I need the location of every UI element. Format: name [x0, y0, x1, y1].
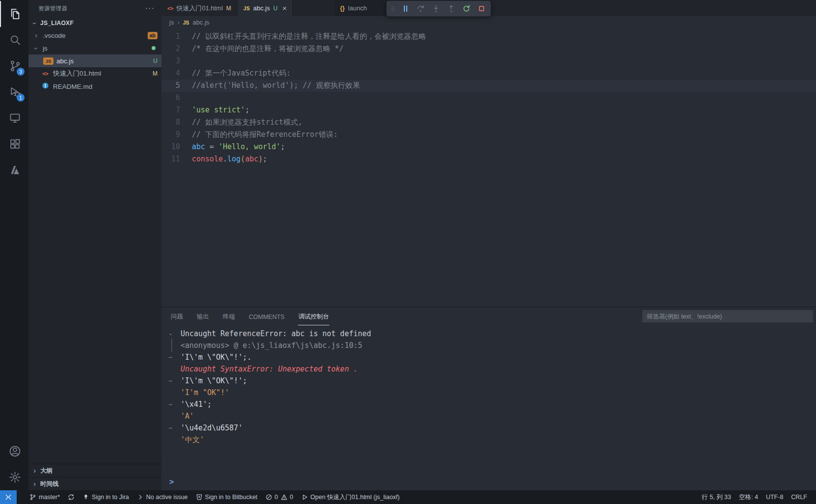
- code-line[interactable]: 2/* 在这中间的也是注释，将被浏览器忽略 */: [161, 43, 816, 55]
- console-line[interactable]: →'\u4e2d\u6587': [168, 422, 816, 434]
- active-issue-indicator[interactable]: No active issue: [133, 490, 192, 504]
- debug-console[interactable]: ›Uncaught ReferenceError: abc is not def…: [161, 325, 816, 490]
- tab-launch-json[interactable]: {} launch: [334, 0, 389, 16]
- bitbucket-icon: [196, 494, 203, 501]
- console-text: Uncaught SyntaxError: Unexpected token .: [181, 363, 358, 375]
- open-file-action[interactable]: Open 快速入门01.html (js_liaoxf): [297, 490, 404, 504]
- console-line[interactable]: →'I\'m \"OK\"!';.: [168, 351, 816, 363]
- tree-item-vscode[interactable]: › .vscode ab: [28, 29, 161, 42]
- breadcrumb[interactable]: js › JS abc.js: [161, 16, 816, 28]
- indentation-indicator[interactable]: 空格: 4: [735, 490, 762, 504]
- code-line[interactable]: 6: [161, 92, 816, 104]
- console-line[interactable]: '中文': [168, 434, 816, 446]
- remote-indicator[interactable]: [0, 490, 17, 504]
- panel-tab-output[interactable]: 输出: [196, 308, 210, 325]
- file-label: abc.js: [56, 57, 74, 65]
- code-editor[interactable]: 1// 以双斜杠开头直到行末的是注释，注释是给人看的，会被浏览器忽略2/* 在这…: [161, 28, 816, 307]
- eol-indicator[interactable]: CRLF: [787, 490, 811, 504]
- azure-icon: [8, 163, 22, 177]
- tab-abcjs[interactable]: JS abc.js U ×: [237, 0, 293, 16]
- html-file-icon: <>: [40, 71, 50, 77]
- tab-label: launch: [348, 4, 367, 12]
- activitybar-source-control[interactable]: 3: [0, 53, 28, 79]
- activitybar-account[interactable]: [0, 438, 28, 464]
- panel-tab-terminal[interactable]: 终端: [222, 308, 236, 325]
- breadcrumb-file[interactable]: abc.js: [193, 19, 210, 26]
- breadcrumb-folder[interactable]: js: [169, 19, 174, 26]
- chevron-down-icon: ›: [31, 19, 38, 27]
- tree-item-js-folder[interactable]: › js: [28, 42, 161, 54]
- tree-item-abcjs[interactable]: JS abc.js U: [28, 54, 161, 67]
- bitbucket-signin-button[interactable]: Sign in to Bitbucket: [192, 490, 262, 504]
- problems-indicator[interactable]: 0 0: [262, 490, 297, 504]
- git-modified-badge: M: [226, 5, 231, 12]
- git-branch-indicator[interactable]: master*: [26, 490, 64, 504]
- code-line[interactable]: 10abc = 'Hello, world';: [161, 141, 816, 153]
- timeline-section[interactable]: › 时间线: [28, 477, 161, 490]
- sync-button[interactable]: [64, 490, 79, 504]
- console-prompt[interactable]: >: [169, 477, 174, 486]
- code-line[interactable]: 8// 如果浏览器支持strict模式,: [161, 116, 816, 129]
- step-into-icon: [431, 4, 441, 13]
- console-line[interactable]: <anonymous> @ e:\js_liaoxf\js\abc.js:10:…: [168, 340, 816, 351]
- bitbucket-label: Sign in to Bitbucket: [205, 494, 258, 501]
- panel-tab-comments[interactable]: COMMENTS: [248, 309, 285, 324]
- tab-html-file[interactable]: <> 快速入门01.html M: [161, 0, 237, 16]
- activitybar-run-debug[interactable]: 1: [0, 79, 28, 105]
- console-line[interactable]: Uncaught SyntaxError: Unexpected token .: [168, 363, 816, 375]
- more-actions-icon[interactable]: ···: [145, 4, 155, 13]
- activitybar-remote-explorer[interactable]: [0, 105, 28, 131]
- console-line[interactable]: →'I\'m \"OK\"!';: [168, 375, 816, 387]
- close-icon[interactable]: ×: [283, 4, 287, 12]
- console-line[interactable]: →'\x41';: [168, 398, 816, 410]
- drag-handle[interactable]: [388, 4, 398, 14]
- activitybar-settings[interactable]: [0, 464, 28, 490]
- chevron-right-icon: [137, 494, 144, 501]
- code-line[interactable]: 9// 下面的代码将报ReferenceError错误:: [161, 129, 816, 141]
- step-out-button[interactable]: [444, 2, 459, 16]
- code-line[interactable]: 5//alert('Hello, world'); // 观察执行效果: [161, 80, 816, 92]
- encoding-indicator[interactable]: UTF-8: [762, 490, 787, 504]
- js-file-icon: JS: [183, 20, 189, 26]
- jira-signin-button[interactable]: Sign in to Jira: [79, 490, 133, 504]
- cursor-position-indicator[interactable]: 行 5, 列 33: [698, 490, 735, 504]
- code-line[interactable]: 11console.log(abc);: [161, 153, 816, 165]
- console-line[interactable]: 'A': [168, 410, 816, 422]
- console-filter-input[interactable]: [642, 310, 813, 322]
- console-gutter: [168, 387, 181, 398]
- file-label: 快速入门01.html: [53, 69, 101, 78]
- code-line[interactable]: 1// 以双斜杠开头直到行末的是注释，注释是给人看的，会被浏览器忽略: [161, 30, 816, 43]
- panel-tab-debug-console[interactable]: 调试控制台: [298, 308, 330, 325]
- files-icon: [8, 7, 22, 21]
- step-over-button[interactable]: [413, 2, 428, 16]
- stop-button[interactable]: [474, 2, 489, 16]
- account-icon: [8, 445, 22, 458]
- outline-section[interactable]: › 大纲: [28, 464, 161, 477]
- activitybar-explorer[interactable]: [0, 1, 28, 27]
- step-into-button[interactable]: [428, 2, 444, 16]
- console-text: <anonymous> @ e:\js_liaoxf\js\abc.js:10:…: [181, 340, 362, 351]
- console-line[interactable]: ›Uncaught ReferenceError: abc is not def…: [168, 328, 816, 340]
- extensions-icon: [8, 137, 22, 151]
- code-line[interactable]: 7'use strict';: [161, 104, 816, 116]
- workspace-section-header[interactable]: › JS_LIAOXF: [28, 17, 161, 29]
- panel-tab-problems[interactable]: 问题: [170, 308, 184, 325]
- tree-item-html-file[interactable]: <> 快速入门01.html M: [28, 67, 161, 80]
- sync-icon: [68, 494, 75, 501]
- code-line[interactable]: 4// 第一个JavaScript代码:: [161, 67, 816, 80]
- pause-button[interactable]: [398, 2, 413, 16]
- code-line[interactable]: 3: [161, 55, 816, 67]
- restart-button[interactable]: [459, 2, 474, 16]
- expand-chevron-icon[interactable]: ›: [168, 328, 181, 340]
- activitybar-extensions[interactable]: [0, 131, 28, 157]
- chevron-right-icon: ›: [31, 480, 38, 488]
- input-arrow-icon: →: [168, 351, 181, 363]
- console-line[interactable]: 'I'm "OK"!': [168, 387, 816, 398]
- tree-item-readme[interactable]: README.md: [28, 80, 161, 93]
- chevron-right-icon: ›: [31, 467, 38, 475]
- activitybar-search[interactable]: [0, 27, 28, 53]
- folder-label: js: [43, 45, 48, 52]
- activitybar-azure[interactable]: [0, 157, 28, 183]
- vscode-window: 3 1 资源管理器: [0, 0, 816, 504]
- js-file-icon: JS: [43, 57, 53, 65]
